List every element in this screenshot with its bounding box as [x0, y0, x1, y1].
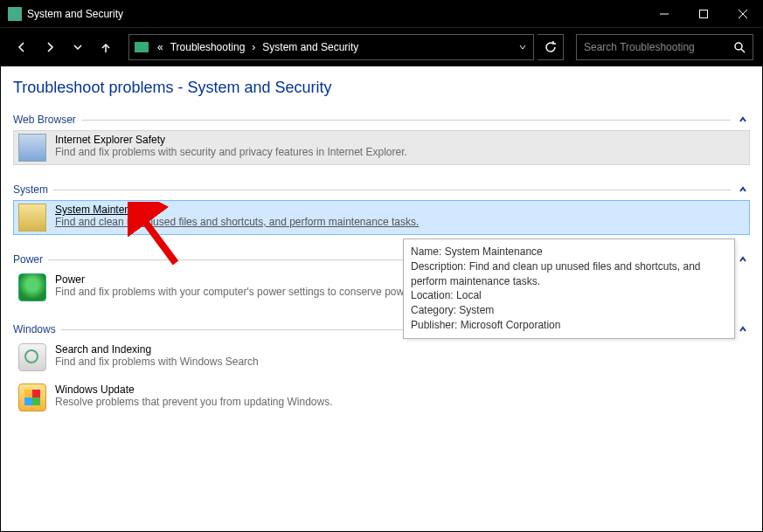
item-desc: Find and fix problems with security and … [55, 146, 407, 158]
refresh-button[interactable] [538, 34, 564, 60]
windows-update-icon [18, 383, 46, 411]
divider [81, 120, 731, 121]
item-name: System Maintenance [55, 204, 419, 216]
item-name: Search and Indexing [55, 343, 259, 356]
svg-line-6 [741, 49, 745, 52]
page-title: Troubleshoot problems - System and Secur… [13, 79, 750, 97]
tooltip-name: Name: System Maintenance [411, 245, 727, 259]
breadcrumb-pre[interactable]: « [154, 41, 167, 53]
app-icon [8, 7, 22, 21]
tooltip: Name: System Maintenance Description: Fi… [403, 238, 735, 339]
divider [53, 190, 731, 190]
arrow-left-icon [16, 41, 28, 53]
tooltip-category: Category: System [411, 303, 727, 318]
collapse-chevron[interactable] [736, 113, 750, 127]
ie-safety-icon [18, 134, 46, 162]
chevron-up-icon [739, 325, 747, 334]
breadcrumb-separator: › [248, 41, 259, 53]
item-name: Power [55, 273, 410, 286]
item-search-and-indexing[interactable]: Search and Indexing Find and fix problem… [13, 340, 750, 375]
maximize-button[interactable] [683, 1, 723, 27]
tooltip-publisher: Publisher: Microsoft Corporation [411, 318, 727, 333]
breadcrumb-system-and-security[interactable]: System and Security [259, 41, 362, 53]
search-icon [733, 41, 746, 53]
section-header-system[interactable]: System [13, 183, 750, 197]
search-indexing-icon [18, 343, 46, 371]
power-icon [18, 273, 46, 301]
item-system-maintenance[interactable]: System Maintenance Find and clean up unu… [13, 200, 750, 235]
svg-point-5 [735, 43, 742, 50]
svg-rect-1 [699, 10, 707, 18]
minimize-button[interactable] [644, 1, 683, 27]
item-desc: Resolve problems that prevent you from u… [55, 396, 333, 408]
search-box[interactable] [576, 34, 753, 60]
back-button[interactable] [10, 35, 34, 59]
section-header-webbrowser[interactable]: Web Browser [13, 113, 750, 127]
section-label: Windows [13, 323, 61, 335]
location-icon [129, 42, 154, 52]
forward-button[interactable] [38, 35, 62, 59]
chevron-down-icon [72, 41, 84, 53]
address-bar[interactable]: « Troubleshooting › System and Security [128, 34, 534, 60]
item-name: Internet Explorer Safety [55, 134, 407, 146]
chevron-up-icon [739, 185, 747, 194]
navbar: « Troubleshooting › System and Security [1, 27, 762, 66]
recent-locations-button[interactable] [66, 35, 90, 59]
collapse-chevron[interactable] [736, 252, 750, 266]
tooltip-location: Location: Local [411, 288, 727, 303]
chevron-down-icon [518, 43, 527, 52]
address-dropdown[interactable] [512, 43, 533, 52]
arrow-up-icon [100, 41, 112, 53]
item-desc: Find and fix problems with Windows Searc… [55, 356, 259, 368]
item-windows-update[interactable]: Windows Update Resolve problems that pre… [13, 380, 750, 415]
item-desc: Find and clean up unused files and short… [55, 216, 419, 228]
system-maintenance-icon [18, 204, 46, 231]
up-button[interactable] [94, 35, 118, 59]
titlebar: System and Security [1, 1, 762, 27]
search-button[interactable] [726, 34, 753, 60]
tooltip-description: Description: Find and clean up unused fi… [411, 259, 727, 289]
item-desc: Find and fix problems with your computer… [55, 286, 410, 298]
arrow-right-icon [44, 41, 56, 53]
chevron-up-icon [739, 115, 747, 124]
section-label: Web Browser [13, 114, 81, 126]
collapse-chevron[interactable] [736, 322, 750, 336]
window-title: System and Security [27, 8, 644, 20]
section-label: Power [13, 253, 48, 266]
search-input[interactable] [577, 35, 726, 59]
item-internet-explorer-safety[interactable]: Internet Explorer Safety Find and fix pr… [13, 130, 750, 165]
breadcrumb-troubleshooting[interactable]: Troubleshooting [167, 41, 249, 53]
refresh-icon [545, 41, 557, 53]
close-button[interactable] [723, 1, 762, 27]
collapse-chevron[interactable] [736, 183, 750, 197]
chevron-up-icon [739, 255, 747, 264]
section-label: System [13, 183, 53, 196]
item-name: Windows Update [55, 383, 333, 396]
